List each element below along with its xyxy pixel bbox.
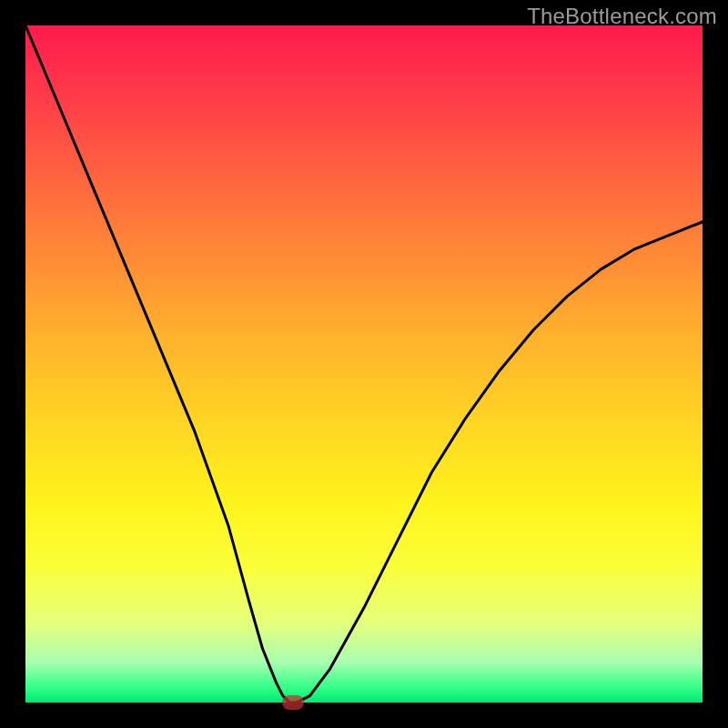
plot-area	[25, 25, 703, 703]
chart-frame: TheBottleneck.com	[0, 0, 728, 728]
bottleneck-curve	[25, 25, 703, 703]
optimal-point-marker	[282, 695, 304, 710]
watermark-text: TheBottleneck.com	[527, 4, 717, 29]
